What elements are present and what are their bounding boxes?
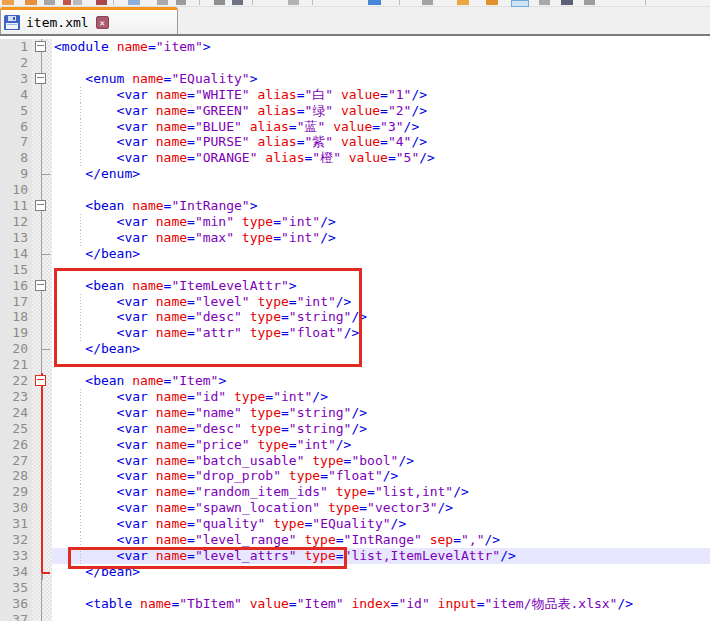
code-line[interactable]: 29 <var name="random_item_ids" type="lis… (0, 484, 710, 500)
code-line[interactable]: 18 <var name="desc" type="string"/> (0, 309, 710, 325)
toolbar-icon-fragment[interactable] (368, 0, 381, 5)
code-line[interactable]: 11 <bean name="IntRange"> (0, 198, 710, 214)
code-text: <var name="BLUE" alias="蓝" value="3"/> (52, 119, 710, 135)
toolbar-icon-fragment[interactable] (584, 0, 595, 5)
code-editor[interactable]: 1<module name="item">23 <enum name="EQua… (0, 36, 710, 621)
code-line[interactable]: 3 <enum name="EQuality"> (0, 71, 710, 87)
fold-margin (32, 230, 52, 246)
toolbar-icon-fragment[interactable] (44, 0, 55, 5)
toolbar-icon-fragment[interactable] (457, 0, 469, 5)
toolbar-icon-fragment[interactable] (25, 0, 37, 5)
fold-collapse-icon[interactable] (35, 200, 46, 211)
code-line[interactable]: 27 <var name="batch_usable" type="bool"/… (0, 453, 710, 469)
fold-collapse-icon[interactable] (35, 41, 46, 52)
code-line[interactable]: 34 </bean> (0, 564, 710, 580)
toolbar-icon-fragment[interactable] (199, 0, 200, 5)
line-number: 17 (0, 294, 32, 310)
close-icon[interactable]: ✕ (96, 16, 109, 29)
code-line[interactable]: 21 (0, 357, 710, 373)
line-number: 36 (0, 596, 32, 612)
toolbar-icon-fragment[interactable] (399, 0, 400, 5)
line-number: 9 (0, 166, 32, 182)
code-line[interactable]: 20 </bean> (0, 341, 710, 357)
toolbar-icon-fragment[interactable] (288, 0, 299, 5)
code-line[interactable]: 13 <var name="max" type="int"/> (0, 230, 710, 246)
code-line[interactable]: 7 <var name="PURSE" alias="紫" value="4"/… (0, 134, 710, 150)
code-line[interactable]: 30 <var name="spawn_location" type="vect… (0, 500, 710, 516)
fold-margin (32, 405, 52, 421)
code-line[interactable]: 32 <var name="level_range" type="IntRang… (0, 532, 710, 548)
line-number: 19 (0, 325, 32, 341)
code-line[interactable]: 28 <var name="drop_prob" type="float"/> (0, 468, 710, 484)
toolbar-icon-fragment[interactable] (511, 0, 529, 7)
fold-margin (32, 262, 52, 278)
fold-margin (32, 246, 52, 262)
fold-collapse-icon[interactable] (35, 375, 46, 386)
toolbar-icon-fragment[interactable] (157, 0, 168, 5)
code-line[interactable]: 5 <var name="GREEN" alias="绿" value="2"/… (0, 103, 710, 119)
line-number: 21 (0, 357, 32, 373)
code-line[interactable]: 8 <var name="ORANGE" alias="橙" value="5"… (0, 150, 710, 166)
code-line[interactable]: 35 (0, 580, 710, 596)
toolbar-icon-fragment[interactable] (113, 0, 114, 5)
fold-margin (32, 516, 52, 532)
code-line[interactable]: 9 </enum> (0, 166, 710, 182)
code-line[interactable]: 17 <var name="level" type="int"/> (0, 294, 710, 310)
tab-item-xml[interactable]: item.xml ✕ (0, 7, 178, 34)
toolbar-icon-fragment[interactable] (252, 0, 253, 5)
fold-margin (32, 134, 52, 150)
toolbar-icon-fragment[interactable] (486, 0, 498, 5)
code-text (52, 580, 710, 596)
code-line[interactable]: 19 <var name="attr" type="float"/> (0, 325, 710, 341)
line-number: 12 (0, 214, 32, 230)
fold-collapse-icon[interactable] (35, 73, 46, 84)
code-line[interactable]: 33 <var name="level_attrs" type="list,It… (0, 548, 710, 564)
line-number: 35 (0, 580, 32, 596)
line-number: 33 (0, 548, 32, 564)
code-line[interactable]: 1<module name="item"> (0, 39, 710, 55)
toolbar-icon-fragment[interactable] (63, 0, 71, 5)
toolbar-strip (0, 0, 710, 7)
code-text: </bean> (52, 341, 710, 357)
toolbar-icon-fragment[interactable] (176, 0, 186, 5)
toolbar-icon-fragment[interactable] (645, 0, 646, 5)
toolbar-icon-fragment[interactable] (232, 0, 243, 5)
code-text: <var name="desc" type="string"/> (52, 309, 710, 325)
code-line[interactable]: 4 <var name="WHITE" alias="白" value="1"/… (0, 87, 710, 103)
code-line[interactable]: 16 <bean name="ItemLevelAttr"> (0, 278, 710, 294)
toolbar-icon-fragment[interactable] (422, 0, 433, 5)
code-line[interactable]: 24 <var name="name" type="string"/> (0, 405, 710, 421)
fold-margin (32, 325, 52, 341)
code-text: <var name="name" type="string"/> (52, 405, 710, 421)
line-number: 28 (0, 468, 32, 484)
code-line[interactable]: 25 <var name="desc" type="string"/> (0, 421, 710, 437)
toolbar-icon-fragment[interactable] (96, 0, 107, 5)
code-line[interactable]: 36 <table name="TbItem" value="Item" ind… (0, 596, 710, 612)
code-line[interactable]: 23 <var name="id" type="int"/> (0, 389, 710, 405)
code-line[interactable]: 15 (0, 262, 710, 278)
toolbar-icon-fragment[interactable] (128, 0, 140, 5)
toolbar-icon-fragment[interactable] (561, 0, 573, 5)
code-line[interactable]: 31 <var name="quality" type="EQuality"/> (0, 516, 710, 532)
fold-margin (32, 119, 52, 135)
code-line[interactable]: 6 <var name="BLUE" alias="蓝" value="3"/> (0, 119, 710, 135)
fold-margin (32, 532, 52, 548)
tab-label: item.xml (26, 15, 89, 30)
toolbar-icon-fragment[interactable] (73, 0, 82, 5)
code-line[interactable]: 37 (0, 612, 710, 621)
code-line[interactable]: 26 <var name="price" type="int"/> (0, 437, 710, 453)
code-line[interactable]: 2 (0, 55, 710, 71)
toolbar-icon-fragment[interactable] (539, 0, 550, 5)
toolbar-icon-fragment[interactable] (2, 0, 14, 5)
code-line[interactable]: 14 </bean> (0, 246, 710, 262)
fold-collapse-icon[interactable] (35, 280, 46, 291)
line-number: 14 (0, 246, 32, 262)
code-line[interactable]: 22 <bean name="Item"> (0, 373, 710, 389)
code-line[interactable]: 10 (0, 182, 710, 198)
code-line[interactable]: 12 <var name="min" type="int"/> (0, 214, 710, 230)
code-text: <var name="GREEN" alias="绿" value="2"/> (52, 103, 710, 119)
fold-margin (32, 596, 52, 612)
toolbar-icon-fragment[interactable] (312, 0, 313, 5)
fold-margin (32, 198, 52, 214)
toolbar-icon-fragment[interactable] (214, 0, 225, 5)
